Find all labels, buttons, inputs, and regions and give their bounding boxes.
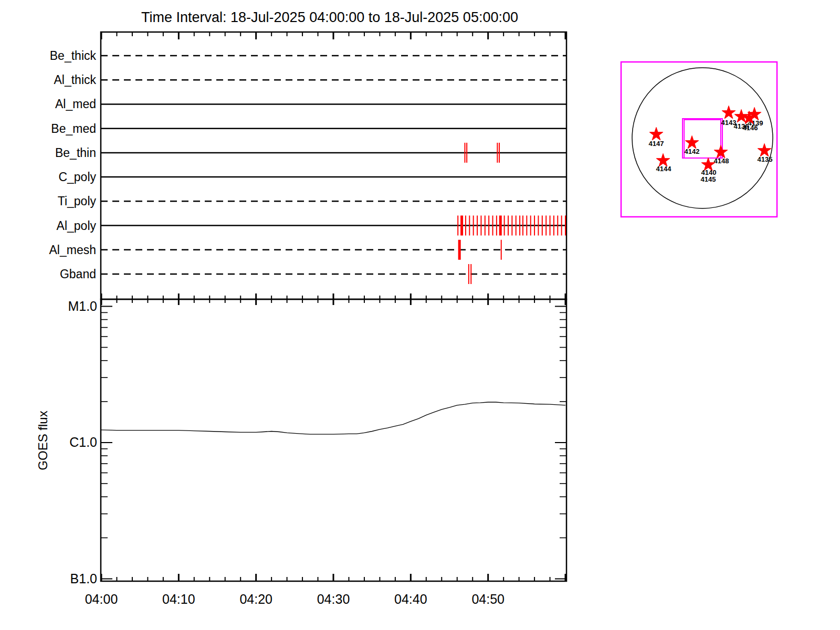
filter-label-C_poly: C_poly bbox=[58, 170, 96, 184]
timeline-panel-border bbox=[101, 32, 566, 299]
filter-label-Gband: Gband bbox=[60, 267, 96, 281]
filter-label-Al_thick: Al_thick bbox=[54, 73, 96, 87]
filter-label-Al_mesh: Al_mesh bbox=[49, 243, 96, 257]
y-axis-label: B1.0 bbox=[70, 571, 97, 586]
active-region-label-4147: 4147 bbox=[649, 140, 664, 148]
x-axis-label: 04:10 bbox=[162, 592, 195, 606]
active-region-label-4135: 4135 bbox=[758, 155, 773, 163]
x-axis-label: 04:30 bbox=[317, 592, 350, 606]
solar-disk-inset: 4143413641394146414741424144414841354140… bbox=[621, 62, 777, 217]
filter-label-Al_med: Al_med bbox=[55, 97, 96, 111]
goes-flux-curve bbox=[101, 402, 565, 434]
filter-label-Al_poly: Al_poly bbox=[57, 219, 97, 233]
xrt-filter-timeline-panel: Be_thickAl_thickAl_medBe_medBe_thinC_pol… bbox=[49, 32, 566, 581]
active-region-label-4144: 4144 bbox=[656, 165, 672, 173]
goes-flux-axis-title: GOES flux bbox=[36, 411, 50, 470]
active-region-star-4143 bbox=[722, 106, 736, 119]
y-axis-label: M1.0 bbox=[68, 299, 97, 313]
goes-panel-border bbox=[101, 299, 566, 581]
x-axis-label: 04:20 bbox=[239, 592, 272, 606]
x-axis-label: 04:50 bbox=[471, 592, 505, 606]
goes-flux-panel: 04:0004:1004:2004:3004:4004:50M1.0C1.0B1… bbox=[68, 299, 566, 607]
active-region-label-4146: 4146 bbox=[743, 124, 758, 132]
filter-label-Be_thick: Be_thick bbox=[50, 49, 97, 62]
filter-label-Be_thin: Be_thin bbox=[55, 146, 96, 160]
filter-label-Be_med: Be_med bbox=[51, 122, 96, 135]
y-axis-label: C1.0 bbox=[69, 435, 97, 449]
plot-canvas: Time Interval: 18-Jul-2025 04:00:00 to 1… bbox=[0, 0, 840, 630]
x-axis-label: 04:40 bbox=[394, 592, 427, 606]
active-region-star-4147 bbox=[649, 128, 663, 140]
page-title: Time Interval: 18-Jul-2025 04:00:00 to 1… bbox=[141, 9, 518, 25]
active-region-label-4145: 4145 bbox=[701, 175, 716, 183]
x-axis-label: 04:00 bbox=[85, 592, 118, 606]
screenshot-root: Time Interval: 18-Jul-2025 04:00:00 to 1… bbox=[0, 0, 840, 630]
active-region-star-4135 bbox=[758, 144, 771, 156]
active-region-label-4148: 4148 bbox=[714, 157, 729, 165]
active-region-star-4142 bbox=[685, 136, 699, 149]
active-region-label-4142: 4142 bbox=[685, 148, 700, 155]
filter-label-Ti_poly: Ti_poly bbox=[58, 194, 97, 208]
sun-inset-frame bbox=[621, 62, 777, 217]
